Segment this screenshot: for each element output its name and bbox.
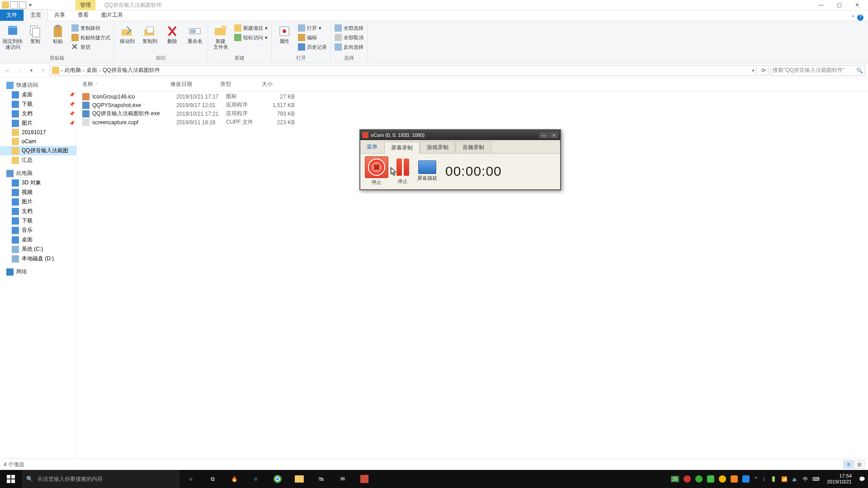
edit-button[interactable]: 编辑 [297,33,328,42]
tray-icon[interactable] [695,475,703,483]
nav-folder-20191017[interactable]: 20191017 [0,128,76,137]
nav-pictures[interactable]: 图片📌 [0,118,76,128]
minimize-button[interactable]: — [816,0,826,9]
pin-button[interactable]: 固定到快 速访问 [3,22,23,50]
help-icon[interactable]: ? [857,14,863,21]
ocam-tab-game[interactable]: 游戏录制 [420,141,455,153]
tab-view[interactable]: 查看 [71,9,95,21]
ime-indicator[interactable]: 中 [803,476,808,483]
tab-picture-tools[interactable]: 图片工具 [95,9,129,21]
nav-folder-ocam[interactable]: oCam [0,137,76,146]
refresh-button[interactable]: ⟳ [759,66,769,75]
search-input[interactable]: 搜索"QQ拼音输入法截图软件" 🔍 [770,65,865,76]
tray-wechat-icon[interactable] [707,475,714,483]
ocam-pause-button[interactable]: 停止 [396,157,409,185]
task-view-icon[interactable]: ⧉ [202,470,223,488]
easy-access-button[interactable]: 轻松访问 ▾ [233,33,269,42]
copy-button[interactable]: 复制 [25,22,45,44]
ocam-menu[interactable]: 菜单 [360,141,384,153]
icons-view-button[interactable]: ⊞ [854,460,864,469]
copy-path-button[interactable]: 复制路径 [71,24,111,32]
nav-downloads2[interactable]: 下载 [0,216,76,225]
nav-d-drive[interactable]: 本地磁盘 (D:) [0,254,76,263]
ocam-capture-button[interactable]: 屏幕捕获 [417,160,437,182]
wifi-icon[interactable]: 📶 [781,476,788,482]
nav-music[interactable]: 音乐 [0,225,76,235]
nav-pictures2[interactable]: 图片 [0,197,76,206]
breadcrumb[interactable]: › 此电脑 › 桌面 › QQ拼音输入法截图软件 ▾ [50,65,757,76]
taskbar-clock[interactable]: 17:54 2019/10/21 [824,473,854,485]
ocam-minimize-button[interactable]: — [539,132,548,138]
ocam-titlebar[interactable]: oCam (0, 0, 1920, 1080) — ✕ [360,130,560,140]
battery-icon[interactable]: 🔋 [770,476,777,482]
ocam-close-button[interactable]: ✕ [549,132,558,138]
ribbon-collapse-icon[interactable]: ⌃ [851,14,855,21]
delete-button[interactable]: 删除 [162,22,182,44]
breadcrumb-dropdown-icon[interactable]: ▾ [752,67,755,74]
nav-3d-objects[interactable]: 3D 对象 [0,178,76,188]
tab-share[interactable]: 共享 [48,9,71,21]
ocam-tab-screen[interactable]: 屏幕录制 [384,142,420,154]
up-button[interactable]: ↑ [38,66,48,75]
start-button[interactable] [0,470,22,488]
tab-home[interactable]: 主页 [24,9,48,21]
taskbar-search[interactable]: 🔍 在这里输入你要搜索的内容 [22,470,180,488]
tab-file[interactable]: 文件 [0,9,24,21]
app-ocam-icon[interactable] [354,470,375,488]
ime-keyboard-icon[interactable]: ⌨ [812,476,820,482]
nav-downloads[interactable]: 下载📌 [0,99,76,109]
nav-videos[interactable]: 视频 [0,188,76,197]
app-store-icon[interactable]: 🛍 [310,470,332,488]
maximize-button[interactable]: ▢ [835,0,844,9]
nav-c-drive[interactable]: 系统 (C:) [0,244,76,254]
tray-icon[interactable] [742,475,750,483]
cut-button[interactable]: 剪切 [71,43,111,51]
tray-chevron-icon[interactable]: ⌃ [754,476,758,482]
cortana-icon[interactable]: ○ [180,470,202,488]
col-size[interactable]: 大小 [258,80,285,88]
app-explorer-icon[interactable] [288,470,310,488]
history-button[interactable]: 历史记录 [297,43,328,51]
nav-this-pc[interactable]: 此电脑 [0,169,76,178]
select-all-button[interactable]: 全部选择 [334,24,364,32]
nav-folder-qq[interactable]: QQ拼音输入法截图 [0,146,76,155]
qat-item[interactable] [19,1,26,9]
app-edge-icon[interactable]: e [245,470,267,488]
bluetooth-icon[interactable]: ᛒ [763,476,766,482]
tray-icon[interactable] [731,475,738,483]
nav-folder-huizong[interactable]: 汇总 [0,155,76,165]
navigation-pane[interactable]: 快速访问 桌面📌 下载📌 文档📌 图片📌 20191017 oCam QQ拼音输… [0,78,77,459]
file-row[interactable]: IconGroup146.ico 2019/10/21 17:17 图标 27 … [79,92,866,101]
ocam-stop-button[interactable]: 停止 [365,156,388,186]
col-name[interactable]: 名称⌃ [79,80,167,88]
col-type[interactable]: 类型 [217,80,258,88]
open-button[interactable]: 打开 ▾ [297,24,328,32]
nav-desktop2[interactable]: 桌面 [0,235,76,244]
col-date[interactable]: 修改日期 [167,80,217,88]
paste-shortcut-button[interactable]: 粘贴快捷方式 [71,33,111,42]
app-chrome-icon[interactable] [267,470,288,488]
app-fire-icon[interactable]: 🔥 [223,470,245,488]
forward-button[interactable]: → [14,66,24,75]
nav-documents[interactable]: 文档📌 [0,109,76,118]
close-button[interactable]: ✕ [853,0,862,9]
file-row[interactable]: screencapture.cupf 2019/9/11 18:16 CUPF … [79,118,866,127]
qat-item[interactable] [10,1,18,9]
properties-button[interactable]: 属性 [274,22,294,44]
new-item-button[interactable]: 新建项目 ▾ [233,24,269,32]
recent-dropdown-icon[interactable]: ▾ [26,66,36,75]
ocam-window[interactable]: oCam (0, 0, 1920, 1080) — ✕ 菜单 屏幕录制 游戏录制… [359,129,561,190]
tray-badge[interactable]: 26 [671,476,679,482]
nav-desktop[interactable]: 桌面📌 [0,90,76,99]
new-folder-button[interactable]: 新建 文件夹 [211,22,231,50]
moveto-button[interactable]: 移动到 [117,22,137,44]
invert-selection-button[interactable]: 反向选择 [334,43,364,51]
tray-icon[interactable] [684,475,691,483]
volume-icon[interactable]: 🔈 [792,476,798,482]
select-none-button[interactable]: 全部取消 [334,33,364,42]
details-view-button[interactable]: ≡ [844,460,854,469]
nav-quick-access[interactable]: 快速访问 [0,80,76,90]
paste-button[interactable]: 粘贴 [48,22,68,44]
copyto-button[interactable]: 复制到 [140,22,160,44]
tray-icon[interactable] [719,475,726,483]
